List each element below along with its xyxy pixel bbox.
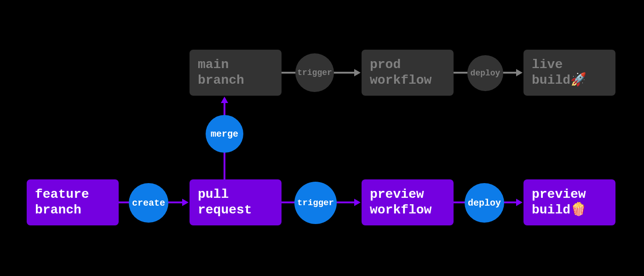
- main-branch-label: main branch: [198, 57, 244, 88]
- create-label: create: [132, 198, 165, 208]
- arrow-create-head: [182, 199, 189, 206]
- preview-build-node: preview build🍿: [523, 179, 615, 225]
- deploy-prod-edge: deploy: [467, 55, 503, 91]
- deploy-preview-edge: deploy: [465, 183, 504, 223]
- deploy-preview-label: deploy: [468, 198, 501, 208]
- live-build-node: live build🚀: [523, 50, 615, 96]
- trigger-preview-label: trigger: [297, 198, 334, 208]
- trigger-prod-label: trigger: [297, 68, 332, 77]
- trigger-prod-edge: trigger: [295, 53, 334, 92]
- pull-request-node: pull request: [190, 179, 282, 225]
- arrow-merge-head: [221, 97, 228, 103]
- create-edge: create: [129, 183, 168, 223]
- arrow-deploy-prod-head: [516, 69, 523, 76]
- merge-label: merge: [211, 129, 238, 139]
- preview-workflow-node: preview workflow: [362, 179, 454, 225]
- trigger-preview-edge: trigger: [294, 182, 337, 224]
- arrow-trigger-preview-head: [354, 199, 361, 206]
- prod-workflow-label: prod workflow: [370, 57, 431, 88]
- arrow-deploy-preview-head: [516, 199, 523, 206]
- live-build-label: live build🚀: [532, 57, 586, 88]
- feature-branch-node: feature branch: [27, 179, 119, 225]
- preview-workflow-label: preview workflow: [370, 187, 431, 218]
- pull-request-label: pull request: [198, 187, 252, 218]
- deploy-prod-label: deploy: [471, 69, 500, 78]
- feature-branch-label: feature branch: [35, 187, 89, 218]
- main-branch-node: main branch: [190, 50, 282, 96]
- merge-edge: merge: [206, 115, 243, 153]
- prod-workflow-node: prod workflow: [362, 50, 454, 96]
- preview-build-label: preview build🍿: [532, 187, 586, 218]
- arrow-trigger-prod-head: [354, 69, 361, 76]
